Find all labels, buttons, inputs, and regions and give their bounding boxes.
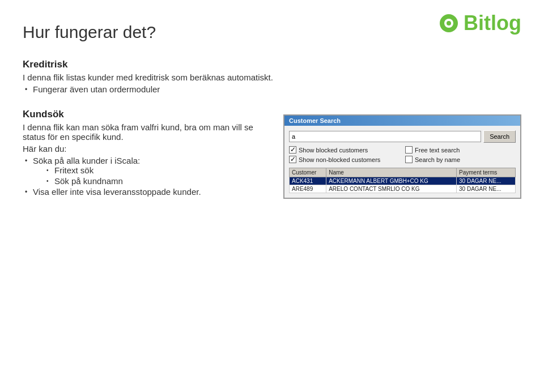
kundsok-sub-bullet1: Fritext sök xyxy=(44,165,272,175)
table-row[interactable]: ARE489 ARELO CONTACT SMRLIO CO KG 30 DAG… xyxy=(290,185,516,193)
search-by-name-item: Search by name xyxy=(405,156,516,163)
cell-customer-0: ACK431 xyxy=(290,177,326,185)
search-by-name-checkbox[interactable] xyxy=(405,156,413,163)
cell-name-0: ACKERMANN ALBERT GMBH+CO KG xyxy=(326,177,457,185)
screenshot-body: Search Show blocked customers Show non-b… xyxy=(284,126,520,198)
customer-search-screenshot: Customer Search Search Show bloc xyxy=(283,114,521,199)
kundsok-bullet1: Söka på alla kunder i iScala: Fritext sö… xyxy=(23,156,272,186)
bitlog-logo-icon xyxy=(439,13,459,33)
kundsok-title: Kundsök xyxy=(23,109,272,120)
kundsok-here: Här kan du: xyxy=(23,144,272,154)
show-blocked-label: Show blocked customers xyxy=(299,147,368,154)
kreditrisk-title: Kreditrisk xyxy=(23,59,521,70)
free-text-checkbox[interactable] xyxy=(405,146,413,154)
screenshot-titlebar: Customer Search xyxy=(284,116,520,126)
cell-payment-1: 30 DAGAR NE... xyxy=(457,185,516,193)
show-nonblocked-item: Show non-blocked customers xyxy=(289,156,400,163)
show-blocked-checkbox[interactable] xyxy=(289,146,296,154)
kreditrisk-bullet1: Fungerar även utan ordermoduler xyxy=(23,84,521,94)
col-payment: Payment terms xyxy=(457,168,516,177)
screenshot-window: Customer Search Search Show bloc xyxy=(283,114,521,199)
cell-payment-0: 30 DAGAR NE... xyxy=(457,177,516,185)
cell-name-1: ARELO CONTACT SMRLIO CO KG xyxy=(326,185,457,193)
kreditrisk-description: I denna flik listas kunder med kreditris… xyxy=(23,73,521,82)
kundsok-description: I denna flik kan man söka fram valfri ku… xyxy=(23,122,272,142)
customer-search-input[interactable] xyxy=(289,131,481,142)
search-row: Search xyxy=(289,130,516,143)
show-nonblocked-label: Show non-blocked customers xyxy=(299,156,380,163)
checkbox-col-left: Show blocked customers Show non-blocked … xyxy=(289,146,400,165)
col-customer: Customer xyxy=(290,168,326,177)
kundsok-sub-bullet2: Sök på kundnamn xyxy=(44,176,272,186)
table-header-row: Customer Name Payment terms xyxy=(290,168,516,177)
kundsok-text-area: Kundsök I denna flik kan man söka fram v… xyxy=(23,103,272,199)
col-name: Name xyxy=(326,168,457,177)
page-container: Bitlog Hur fungerar det? Kreditrisk I de… xyxy=(0,0,544,392)
free-text-item: Free text search xyxy=(405,146,516,154)
checkbox-col-right: Free text search Search by name xyxy=(405,146,516,165)
kreditrisk-bullets: Fungerar även utan ordermoduler xyxy=(23,84,521,94)
kundsok-bullets: Söka på alla kunder i iScala: Fritext sö… xyxy=(23,156,272,197)
table-row[interactable]: ACK431 ACKERMANN ALBERT GMBH+CO KG 30 DA… xyxy=(290,177,516,185)
svg-point-2 xyxy=(447,21,451,25)
kreditrisk-section: Kreditrisk I denna flik listas kunder me… xyxy=(23,59,521,94)
logo-area: Bitlog xyxy=(439,11,521,35)
show-nonblocked-checkbox[interactable] xyxy=(289,156,296,163)
results-table: Customer Name Payment terms ACK431 ACKER… xyxy=(289,168,516,193)
show-blocked-item: Show blocked customers xyxy=(289,146,400,154)
kundsok-bullet2: Visa eller inte visa leveransstoppade ku… xyxy=(23,187,272,197)
free-text-label: Free text search xyxy=(415,147,460,154)
cell-customer-1: ARE489 xyxy=(290,185,326,193)
search-by-name-label: Search by name xyxy=(415,156,460,163)
search-button[interactable]: Search xyxy=(483,130,516,143)
logo-text: Bitlog xyxy=(464,11,521,35)
kundsok-section: Kundsök I denna flik kan man söka fram v… xyxy=(23,103,521,199)
checkbox-row: Show blocked customers Show non-blocked … xyxy=(289,146,516,165)
screenshot-title: Customer Search xyxy=(289,117,341,124)
kundsok-sub-bullets: Fritext sök Sök på kundnamn xyxy=(44,165,272,186)
